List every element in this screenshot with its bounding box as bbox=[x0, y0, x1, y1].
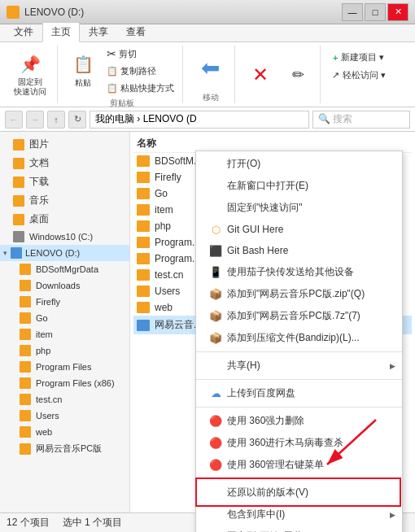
tab-share[interactable]: 共享 bbox=[80, 22, 117, 41]
ctx-pin-start[interactable]: 固定到"开始"屏幕(P) bbox=[196, 525, 402, 532]
sidebar-item-desktop[interactable]: 桌面 bbox=[0, 210, 129, 229]
sidebar-item-go[interactable]: Go bbox=[0, 310, 129, 326]
move-icon: ⬅ bbox=[194, 48, 227, 89]
ctx-pin-quick[interactable]: 固定到"快速访问" bbox=[196, 197, 402, 219]
sidebar-item-c-drive[interactable]: Windows10 (C:) bbox=[0, 229, 129, 245]
ctx-device-icon: 📱 bbox=[209, 266, 222, 279]
ctx-share[interactable]: 共享(H) bbox=[196, 355, 402, 377]
folder-icon bbox=[137, 320, 150, 331]
minimize-button[interactable]: — bbox=[342, 3, 363, 21]
ctx-share-icon bbox=[209, 360, 222, 373]
ctx-7z-icon: 📦 bbox=[209, 310, 222, 323]
expand-icon: ▾ bbox=[3, 249, 7, 257]
ctx-add-bandizip[interactable]: 📦 添加到压缩文件(Bandizip)(L)... bbox=[196, 327, 402, 349]
ctx-pin-icon bbox=[209, 202, 222, 215]
tab-file[interactable]: 文件 bbox=[5, 22, 42, 41]
title-bar: LENOVO (D:) — □ ✕ bbox=[0, 0, 415, 24]
pin-button[interactable]: 📌 固定到快速访问 bbox=[8, 49, 52, 101]
rename-button[interactable]: ✏ bbox=[281, 59, 315, 90]
rename-icon: ✏ bbox=[286, 63, 309, 86]
ctx-add-zip[interactable]: 📦 添加到"网易云音乐PC版.zip"(Q) bbox=[196, 283, 402, 305]
sidebar-item-web[interactable]: web bbox=[0, 424, 129, 440]
ctx-upload-baidu[interactable]: ☁ 上传到百度网盘 bbox=[196, 382, 402, 404]
search-placeholder: 🔍 搜索 bbox=[318, 112, 352, 126]
address-bar: ← → ↑ ↻ 我的电脑 › LENOVO (D 🔍 搜索 bbox=[0, 107, 415, 132]
forward-button[interactable]: → bbox=[26, 111, 44, 129]
folder-icon bbox=[20, 312, 31, 324]
sidebar-item-documents[interactable]: 文档 bbox=[0, 154, 129, 172]
ctx-360-delete-icon: 🔴 bbox=[209, 415, 222, 428]
folder-icon bbox=[137, 269, 150, 281]
easy-access-button[interactable]: ↗ 轻松访问 ▾ bbox=[329, 68, 389, 83]
clipboard-group: 📋 粘贴 ✂ 剪切 📋 复制路径 📋 粘贴快捷方式 剪贴板 bbox=[61, 46, 183, 103]
sidebar-item-bdsoftmgr[interactable]: BDSoftMgrData bbox=[0, 261, 129, 277]
maximize-button[interactable]: □ bbox=[365, 3, 386, 21]
sidebar-item-music[interactable]: 音乐 bbox=[0, 191, 129, 210]
organize-group: ⬅ 移动 bbox=[186, 46, 235, 103]
ctx-include-library[interactable]: 包含到库中(I) bbox=[196, 504, 402, 525]
ctx-git-bash[interactable]: ⬛ Git Bash Here bbox=[196, 240, 402, 261]
folder-icon bbox=[20, 377, 31, 389]
paste-button[interactable]: 📋 粘贴 bbox=[66, 49, 100, 93]
sidebar-item-pictures[interactable]: 图片 bbox=[0, 135, 129, 154]
sidebar-item-downloads-d[interactable]: Downloads bbox=[0, 277, 129, 294]
ctx-open[interactable]: 打开(O) bbox=[196, 153, 402, 175]
refresh-button[interactable]: ↻ bbox=[68, 111, 86, 129]
folder-icon bbox=[137, 172, 150, 183]
new-item-button[interactable]: + 新建项目 ▾ bbox=[329, 49, 389, 66]
delete-button[interactable]: ✕ bbox=[243, 59, 277, 90]
folder-icon bbox=[137, 302, 150, 313]
folder-icon bbox=[20, 264, 31, 275]
ctx-360-virus[interactable]: 🔴 使用 360进行木马病毒查杀 bbox=[196, 432, 402, 454]
path-text: 我的电脑 › LENOVO (D bbox=[95, 112, 197, 126]
easy-access-icon: ↗ bbox=[332, 70, 339, 81]
organize-label: 移动 bbox=[203, 90, 219, 103]
ctx-divider-2 bbox=[196, 379, 402, 380]
folder-icon bbox=[137, 204, 150, 216]
ctx-library-icon bbox=[209, 508, 222, 521]
sidebar-item-testcn[interactable]: test.cn bbox=[0, 391, 129, 408]
paste-shortcut-button[interactable]: 📋 粘贴快捷方式 bbox=[103, 81, 177, 96]
cut-button[interactable]: ✂ 剪切 bbox=[103, 46, 177, 62]
folder-icon bbox=[13, 195, 24, 207]
ctx-open-icon bbox=[209, 158, 222, 171]
ctx-360-manage[interactable]: 🔴 使用 360管理右键菜单 bbox=[196, 454, 402, 476]
sidebar-item-item[interactable]: item bbox=[0, 326, 129, 342]
ctx-baidu-icon: ☁ bbox=[209, 387, 222, 400]
sidebar-item-program-files-x86[interactable]: Program Files (x86) bbox=[0, 375, 129, 391]
folder-icon bbox=[20, 410, 31, 421]
sidebar-item-php[interactable]: php bbox=[0, 342, 129, 359]
new-item-icon: + bbox=[333, 53, 338, 63]
sidebar-item-d-drive[interactable]: ▾ LENOVO (D:) bbox=[0, 245, 129, 261]
folder-icon bbox=[137, 237, 150, 248]
folder-icon bbox=[20, 361, 31, 373]
clipboard-label: 剪贴板 bbox=[110, 96, 134, 109]
sidebar-item-program-files[interactable]: Program Files bbox=[0, 359, 129, 375]
pin-icon: 📌 bbox=[19, 53, 42, 76]
ctx-restore[interactable]: 还原以前的版本(V) bbox=[196, 482, 402, 504]
up-button[interactable]: ↑ bbox=[47, 111, 65, 129]
ctx-git-gui[interactable]: ⬡ Git GUI Here bbox=[196, 219, 402, 240]
tab-home[interactable]: 主页 bbox=[42, 22, 80, 42]
ctx-send-device[interactable]: 📱 使用茄子快传发送给其他设备 bbox=[196, 261, 402, 283]
ctx-divider-3 bbox=[196, 407, 402, 408]
sidebar-item-users[interactable]: Users bbox=[0, 408, 129, 424]
ctx-add-7z[interactable]: 📦 添加到"网易云音乐PC版.7z"(7) bbox=[196, 305, 402, 327]
sidebar-item-netease[interactable]: 网易云音乐PC版 bbox=[0, 440, 129, 457]
tab-view[interactable]: 查看 bbox=[117, 22, 155, 41]
folder-icon bbox=[20, 329, 31, 340]
sidebar: 图片 文档 下载 音乐 桌面 Windows10 (C:) ▾ LENOVO (… bbox=[0, 132, 130, 512]
ctx-open-window[interactable]: 在新窗口中打开(E) bbox=[196, 175, 402, 197]
copy-path-button[interactable]: 📋 复制路径 bbox=[103, 63, 177, 79]
close-button[interactable]: ✕ bbox=[387, 3, 408, 21]
ctx-restore-icon bbox=[209, 486, 222, 499]
sidebar-item-firefly[interactable]: Firefly bbox=[0, 294, 129, 310]
address-path[interactable]: 我的电脑 › LENOVO (D bbox=[90, 111, 309, 129]
sidebar-item-downloads[interactable]: 下载 bbox=[0, 172, 129, 191]
back-button[interactable]: ← bbox=[5, 111, 23, 129]
drive-icon bbox=[11, 247, 22, 259]
ctx-360-delete[interactable]: 🔴 使用 360强力删除 bbox=[196, 410, 402, 432]
folder-icon bbox=[137, 155, 150, 167]
search-box[interactable]: 🔍 搜索 bbox=[312, 111, 410, 129]
ribbon-tabs: 文件 主页 共享 查看 bbox=[0, 24, 415, 42]
